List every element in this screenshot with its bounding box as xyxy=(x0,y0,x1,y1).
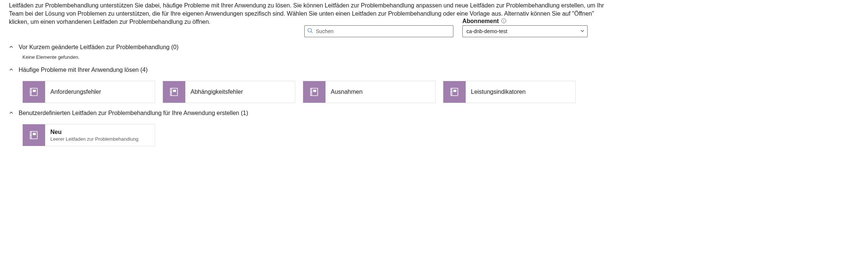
workbook-icon xyxy=(23,124,45,146)
section-recent-header[interactable]: Vor Kurzem geänderte Leitfäden zur Probl… xyxy=(9,42,859,52)
svg-rect-18 xyxy=(313,90,316,92)
info-icon[interactable] xyxy=(501,18,506,25)
search-input[interactable] xyxy=(304,25,453,37)
card-title: Abhängigkeitsfehler xyxy=(191,89,243,95)
section-recent: Vor Kurzem geänderte Leitfäden zur Probl… xyxy=(9,42,859,60)
card-title: Leistungsindikatoren xyxy=(471,89,526,95)
section-recent-title: Vor Kurzem geänderte Leitfäden zur Probl… xyxy=(19,44,179,51)
svg-rect-12 xyxy=(173,90,176,92)
subscription-dropdown[interactable]: ca-dnb-demo-test xyxy=(462,25,588,37)
subscription-value: ca-dnb-demo-test xyxy=(466,28,507,34)
svg-rect-24 xyxy=(453,90,456,92)
card-ausnahmen[interactable]: Ausnahmen xyxy=(303,81,435,103)
svg-point-3 xyxy=(503,19,504,20)
card-anforderungsfehler[interactable]: Anforderungsfehler xyxy=(22,81,155,103)
section-common: Häufige Probleme mit Ihrer Anwendung lös… xyxy=(9,65,859,103)
svg-rect-6 xyxy=(33,90,36,92)
section-custom-title: Benutzerdefinierten Leitfaden zur Proble… xyxy=(19,110,248,116)
card-abhaengigkeitsfehler[interactable]: Abhängigkeitsfehler xyxy=(163,81,295,103)
workbook-icon xyxy=(23,81,45,103)
workbook-icon xyxy=(303,81,326,103)
card-leistungsindikatoren[interactable]: Leistungsindikatoren xyxy=(443,81,576,103)
chevron-up-icon xyxy=(9,110,13,116)
subscription-label: Abonnement xyxy=(462,18,499,25)
svg-rect-30 xyxy=(33,133,36,135)
chevron-up-icon xyxy=(9,67,13,73)
subscription-block: Abonnement ca-dnb-demo-test xyxy=(462,18,588,37)
section-custom: Benutzerdefinierten Leitfaden zur Proble… xyxy=(9,108,859,146)
section-custom-header[interactable]: Benutzerdefinierten Leitfaden zur Proble… xyxy=(9,108,859,118)
card-subtitle: Leerer Leitfaden zur Problembehandlung xyxy=(50,136,138,142)
workbook-icon xyxy=(443,81,466,103)
section-common-header[interactable]: Häufige Probleme mit Ihrer Anwendung lös… xyxy=(9,65,859,75)
card-title: Anforderungsfehler xyxy=(50,89,101,95)
workbook-icon xyxy=(163,81,185,103)
card-title: Ausnahmen xyxy=(331,89,362,95)
card-neu[interactable]: Neu Leerer Leitfaden zur Problembehandlu… xyxy=(22,124,155,146)
section-common-title: Häufige Probleme mit Ihrer Anwendung lös… xyxy=(19,67,148,73)
section-recent-empty: Keine Elemente gefunden. xyxy=(22,54,859,60)
card-title: Neu xyxy=(50,129,138,135)
chevron-up-icon xyxy=(9,44,13,50)
search-wrap xyxy=(304,25,453,37)
